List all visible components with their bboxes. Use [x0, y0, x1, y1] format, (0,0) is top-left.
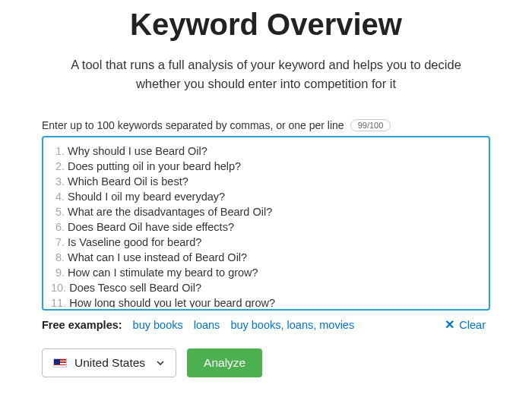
keyword-line[interactable]: How can I stimulate my beard to grow?: [51, 265, 480, 280]
keyword-line-number: [51, 250, 65, 265]
keyword-line[interactable]: What can I use instead of Beard Oil?: [51, 250, 480, 265]
country-selected-label: United States: [74, 356, 145, 370]
page-subtitle: A tool that runs a full analysis of your…: [53, 55, 479, 93]
keyword-line[interactable]: Does putting oil in your beard help?: [51, 159, 480, 174]
keyword-text: Is Vaseline good for beard?: [68, 235, 201, 250]
keyword-text: How can I stimulate my beard to grow?: [68, 265, 258, 280]
example-link[interactable]: buy books: [133, 319, 183, 331]
examples-label: Free examples:: [42, 319, 122, 331]
keyword-line-number: [51, 265, 65, 280]
keywords-textarea[interactable]: Why should I use Beard Oil?Does putting …: [42, 136, 490, 311]
keyword-line[interactable]: Why should I use Beard Oil?: [51, 144, 480, 159]
keyword-line[interactable]: How long should you let your beard grow?: [51, 295, 480, 308]
keyword-line[interactable]: Which Beard Oil is best?: [51, 174, 480, 189]
keyword-text: What can I use instead of Beard Oil?: [68, 250, 247, 265]
keyword-line-number: [51, 280, 66, 295]
clear-button[interactable]: ✕ Clear: [440, 318, 490, 332]
keyword-line[interactable]: Does Beard Oil have side effects?: [51, 219, 480, 235]
example-link[interactable]: loans: [194, 319, 220, 331]
keyword-line-number: [51, 295, 66, 308]
keyword-line-number: [51, 144, 65, 159]
keyword-text: Why should I use Beard Oil?: [68, 144, 207, 159]
keyword-text: Does putting oil in your beard help?: [68, 159, 241, 174]
example-link[interactable]: buy books, loans, movies: [230, 319, 354, 331]
keyword-line[interactable]: Should I oil my beard everyday?: [51, 189, 480, 204]
keyword-text: How long should you let your beard grow?: [69, 295, 275, 308]
keyword-line-number: [51, 219, 65, 235]
keyword-text: Does Tesco sell Beard Oil?: [69, 280, 201, 295]
keywords-scroll[interactable]: Why should I use Beard Oil?Does putting …: [43, 140, 489, 308]
chevron-down-icon: [156, 358, 165, 367]
country-select[interactable]: United States: [42, 348, 176, 377]
keyword-text: What are the disadvantages of Beard Oil?: [68, 204, 272, 219]
keyword-text: Does Beard Oil have side effects?: [68, 219, 234, 235]
keyword-text: Which Beard Oil is best?: [68, 174, 188, 189]
input-hint: Enter up to 100 keywords separated by co…: [42, 119, 344, 131]
keyword-line-number: [51, 189, 65, 204]
keyword-line-number: [51, 174, 65, 189]
keyword-line-number: [51, 204, 65, 219]
close-icon: ✕: [445, 319, 454, 331]
keyword-counter-badge: 99/100: [350, 119, 391, 131]
keyword-line-number: [51, 235, 65, 250]
page-title: Keyword Overview: [42, 8, 490, 42]
keyword-text: Should I oil my beard everyday?: [68, 189, 225, 204]
clear-label: Clear: [459, 319, 486, 331]
keyword-line[interactable]: Does Tesco sell Beard Oil?: [51, 280, 480, 295]
analyze-button[interactable]: Analyze: [187, 348, 262, 377]
keyword-line-number: [51, 159, 65, 174]
us-flag-icon: [53, 358, 67, 367]
keyword-line[interactable]: Is Vaseline good for beard?: [51, 235, 480, 250]
keyword-line[interactable]: What are the disadvantages of Beard Oil?: [51, 204, 480, 219]
